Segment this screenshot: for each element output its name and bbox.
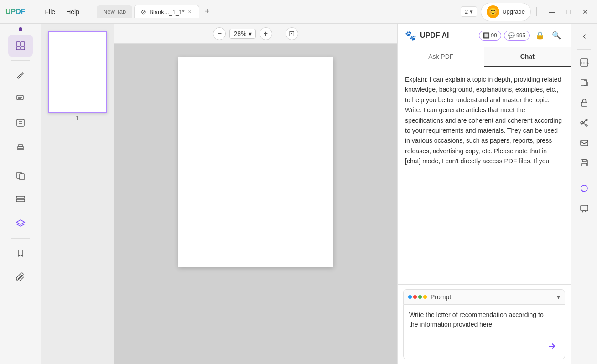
sidebar-icon-organize[interactable] bbox=[8, 189, 33, 211]
ai-header-icons: 🔒 🔍 bbox=[533, 29, 563, 42]
upgrade-label: Upgrade bbox=[502, 8, 525, 15]
dot-yellow bbox=[423, 295, 427, 299]
ai-logo-icon: 🐾 bbox=[405, 30, 416, 41]
right-icon-ocr[interactable]: OCR bbox=[575, 53, 593, 72]
ai-tabs: Ask PDF Chat bbox=[398, 47, 571, 67]
sidebar-icon-comment[interactable] bbox=[8, 88, 33, 110]
right-icon-email[interactable] bbox=[575, 134, 593, 152]
svg-rect-22 bbox=[581, 102, 587, 106]
tab-active-label: Blank..._1_1* bbox=[149, 9, 184, 16]
sidebar-indicator bbox=[19, 27, 22, 31]
thumbnail-panel: 1 bbox=[41, 24, 114, 364]
left-sidebar bbox=[0, 24, 41, 364]
dot-green bbox=[418, 295, 422, 299]
prompt-chevron-icon: ▾ bbox=[557, 293, 560, 301]
titlebar-right: 2 ▾ 😊 Upgrade — □ ✕ bbox=[461, 3, 592, 21]
divider2 bbox=[536, 7, 537, 16]
sidebar-icon-bookmark[interactable] bbox=[8, 242, 33, 264]
close-button[interactable]: ✕ bbox=[579, 5, 592, 18]
tab-close-button[interactable]: × bbox=[187, 9, 192, 15]
right-icon-share[interactable] bbox=[575, 114, 593, 132]
chat-message: Explain: I can explain a topic in depth,… bbox=[405, 74, 563, 166]
tab-blank[interactable]: ⊘ Blank..._1_1* × bbox=[134, 5, 199, 18]
svg-rect-12 bbox=[19, 144, 22, 147]
thumbnail-page-1[interactable]: 1 bbox=[48, 31, 107, 121]
send-button[interactable] bbox=[545, 339, 559, 354]
svg-rect-1 bbox=[21, 42, 25, 46]
sidebar-divider1 bbox=[11, 60, 30, 61]
right-icon-import[interactable] bbox=[575, 73, 593, 92]
svg-rect-4 bbox=[17, 95, 23, 100]
ai-header: 🐾 UPDF AI 🔲 99 💬 995 🔒 🔍 bbox=[398, 24, 571, 47]
credit-icon-2: 💬 bbox=[508, 32, 515, 39]
pdf-page[interactable] bbox=[178, 57, 333, 267]
right-icon-ai[interactable] bbox=[575, 180, 593, 198]
page-chevron-icon: ▾ bbox=[470, 8, 473, 15]
ai-search-icon[interactable]: 🔍 bbox=[550, 29, 563, 42]
chat-text: Explain: I can explain a topic in depth,… bbox=[405, 76, 562, 165]
sidebar-icon-edit[interactable] bbox=[8, 64, 33, 86]
new-tab-button[interactable]: + bbox=[201, 5, 213, 18]
tab-chat[interactable]: Chat bbox=[484, 47, 571, 67]
minimize-button[interactable]: — bbox=[546, 5, 559, 18]
sidebar-icon-attachment[interactable] bbox=[8, 266, 33, 288]
ai-lock-icon[interactable]: 🔒 bbox=[533, 29, 547, 42]
zoom-out-button[interactable]: − bbox=[213, 27, 226, 40]
divider bbox=[35, 7, 35, 16]
toolbar-divider bbox=[279, 29, 279, 38]
tab-ask-pdf[interactable]: Ask PDF bbox=[398, 47, 484, 67]
svg-rect-21 bbox=[581, 79, 586, 86]
svg-point-25 bbox=[581, 122, 582, 124]
sidebar-icon-layers[interactable] bbox=[8, 213, 33, 234]
ai-credits: 🔲 99 💬 995 bbox=[479, 31, 530, 41]
upgrade-button[interactable]: 😊 Upgrade bbox=[481, 3, 531, 21]
sidebar-icon-thumbnails[interactable] bbox=[8, 35, 33, 57]
right-icon-save[interactable] bbox=[575, 154, 593, 172]
credit-icon-1: 🔲 bbox=[483, 32, 490, 39]
right-sidebar: OCR bbox=[571, 24, 597, 364]
credit-count-2: 995 bbox=[516, 32, 525, 39]
tab-new[interactable]: New Tab bbox=[97, 5, 132, 18]
fit-page-button[interactable]: ⊡ bbox=[286, 27, 298, 40]
tabs-area: New Tab ⊘ Blank..._1_1* × + bbox=[97, 5, 457, 18]
right-divider2 bbox=[577, 176, 591, 176]
app-logo: UPDF bbox=[5, 8, 26, 16]
svg-rect-0 bbox=[16, 42, 20, 46]
sidebar-divider3 bbox=[11, 238, 30, 239]
right-icon-chat[interactable] bbox=[575, 200, 593, 218]
send-arrow-icon bbox=[547, 342, 556, 351]
svg-rect-16 bbox=[16, 196, 25, 198]
prompt-dots-icon bbox=[408, 295, 427, 299]
window-controls: — □ ✕ bbox=[546, 5, 592, 18]
zoom-level-control[interactable]: 28% ▾ bbox=[229, 29, 255, 39]
thumbnail-image[interactable] bbox=[48, 31, 107, 113]
svg-rect-28 bbox=[582, 160, 586, 162]
titlebar: UPDF File Help New Tab ⊘ Blank..._1_1* ×… bbox=[0, 0, 597, 24]
right-icon-lock[interactable] bbox=[575, 94, 593, 112]
zoom-value: 28% bbox=[234, 30, 246, 37]
sidebar-icon-stamp[interactable] bbox=[8, 135, 33, 157]
sidebar-icon-pages[interactable] bbox=[8, 165, 33, 187]
credit-badge-2[interactable]: 💬 995 bbox=[504, 31, 530, 41]
svg-rect-3 bbox=[21, 47, 25, 50]
menu-help[interactable]: Help bbox=[62, 6, 84, 17]
prompt-header[interactable]: Prompt ▾ bbox=[403, 289, 565, 305]
prompt-input-area[interactable]: Write the letter of recommendation accor… bbox=[403, 305, 565, 359]
tab-icon: ⊘ bbox=[141, 8, 146, 16]
prompt-label: Prompt bbox=[431, 293, 553, 301]
menu-file[interactable]: File bbox=[41, 6, 60, 17]
maximize-button[interactable]: □ bbox=[562, 5, 575, 18]
sidebar-icon-form[interactable] bbox=[8, 112, 33, 134]
tab-new-label: New Tab bbox=[103, 8, 126, 15]
svg-rect-17 bbox=[16, 199, 25, 202]
svg-rect-15 bbox=[20, 174, 24, 180]
credit-badge-1[interactable]: 🔲 99 bbox=[479, 31, 501, 41]
ai-panel: 🐾 UPDF AI 🔲 99 💬 995 🔒 🔍 Ask PDF Chat bbox=[397, 24, 571, 364]
page-number: 2 bbox=[465, 8, 468, 15]
zoom-in-button[interactable]: + bbox=[260, 27, 272, 40]
right-icon-collapse[interactable] bbox=[575, 27, 593, 46]
prompt-input-text[interactable]: Write the letter of recommendation accor… bbox=[409, 310, 544, 329]
right-divider bbox=[577, 49, 591, 50]
svg-text:OCR: OCR bbox=[581, 61, 589, 65]
page-nav[interactable]: 2 ▾ bbox=[461, 6, 477, 17]
